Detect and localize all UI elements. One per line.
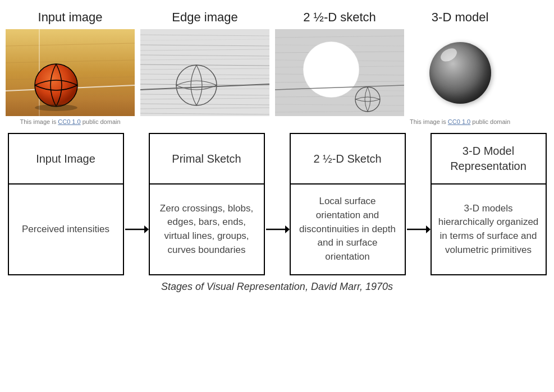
input-image-caption: This image is CC0 1.0 public domain — [20, 118, 120, 125]
edge-image-title: Edge image — [172, 10, 237, 25]
diagram-box-sketch2d: 2 ½-D Sketch Local surface orientation a… — [290, 133, 406, 275]
model-3d-title: 3-D model — [432, 10, 488, 25]
svg-marker-48 — [144, 225, 149, 233]
top-section: Input image — [0, 0, 554, 127]
model-3d-col: 3-D model This image is CC0 1.0 public d… — [410, 10, 510, 125]
model3d-box-top-label: 3-D Model Representation — [437, 144, 540, 174]
model-3d-license-link[interactable]: CC0 1.0 — [448, 118, 470, 125]
sketch2d-box-bottom: Local surface orientation and discontinu… — [291, 185, 405, 274]
diagram-section: Input Image Perceived intensities Primal… — [0, 127, 554, 294]
footnote: Stages of Visual Representation, David M… — [161, 281, 393, 293]
diagram-row: Input Image Perceived intensities Primal… — [8, 133, 547, 275]
edge-image-svg — [140, 29, 269, 116]
primal-box-top-label: Primal Sketch — [172, 151, 241, 167]
input-box-top-label: Input Image — [36, 151, 95, 167]
sketch2d-box-top: 2 ½-D Sketch — [291, 134, 405, 185]
diagram-box-model3d: 3-D Model Representation 3-D models hier… — [431, 133, 547, 275]
arrow-3-body — [406, 183, 431, 275]
diagram-box-primal: Primal Sketch Zero crossings, blobs, edg… — [149, 133, 265, 275]
input-image-title: Input image — [38, 10, 103, 25]
arrow-2 — [265, 133, 290, 275]
model3d-box-top: 3-D Model Representation — [432, 134, 546, 185]
arrow-1-body — [124, 183, 149, 275]
svg-point-11 — [35, 104, 77, 111]
sketch2d-box-top-label: 2 ½-D Sketch — [313, 151, 381, 167]
input-image-col: Input image — [6, 10, 135, 125]
sketch2d-box-bottom-label: Local surface orientation and discontinu… — [297, 195, 398, 264]
arrow-2-svg — [265, 218, 290, 241]
svg-point-44 — [303, 41, 359, 98]
sketch-2d-svg — [275, 29, 404, 116]
input-box-bottom: Perceived intensities — [9, 185, 123, 274]
primal-box-top: Primal Sketch — [150, 134, 264, 185]
model-3d-caption: This image is CC0 1.0 public domain — [410, 118, 510, 125]
model3d-box-bottom: 3-D models hierarchically organized in t… — [432, 185, 546, 274]
svg-marker-52 — [426, 225, 431, 233]
sketch-2d-title: 2 ½-D sketch — [303, 10, 376, 25]
edge-image-placeholder — [140, 29, 269, 116]
sketch-2d-col: 2 ½-D sketch — [275, 10, 404, 116]
arrow-1 — [124, 133, 149, 275]
arrow-1-svg — [124, 218, 149, 241]
input-image-license-link[interactable]: CC0 1.0 — [58, 118, 80, 125]
input-image-svg — [6, 29, 135, 116]
primal-box-bottom-label: Zero crossings, blobs, edges, bars, ends… — [157, 202, 257, 257]
footnote-text: Stages of Visual Representation, David M… — [161, 281, 393, 292]
primal-box-bottom: Zero crossings, blobs, edges, bars, ends… — [150, 185, 264, 274]
svg-marker-50 — [285, 225, 290, 233]
model-3d-placeholder — [415, 29, 505, 116]
arrow-2-body — [265, 183, 290, 275]
3d-sphere — [429, 42, 491, 104]
model3d-box-bottom-label: 3-D models hierarchically organized in t… — [438, 202, 539, 257]
arrow-3 — [406, 133, 431, 275]
sketch-2d-placeholder — [275, 29, 404, 116]
edge-image-col: Edge image — [140, 10, 269, 116]
diagram-box-input: Input Image Perceived intensities — [8, 133, 124, 275]
input-box-bottom-label: Perceived intensities — [22, 223, 109, 237]
input-image-placeholder — [6, 29, 135, 116]
input-box-top: Input Image — [9, 134, 123, 185]
arrow-3-svg — [406, 218, 431, 241]
svg-rect-12 — [140, 29, 269, 116]
